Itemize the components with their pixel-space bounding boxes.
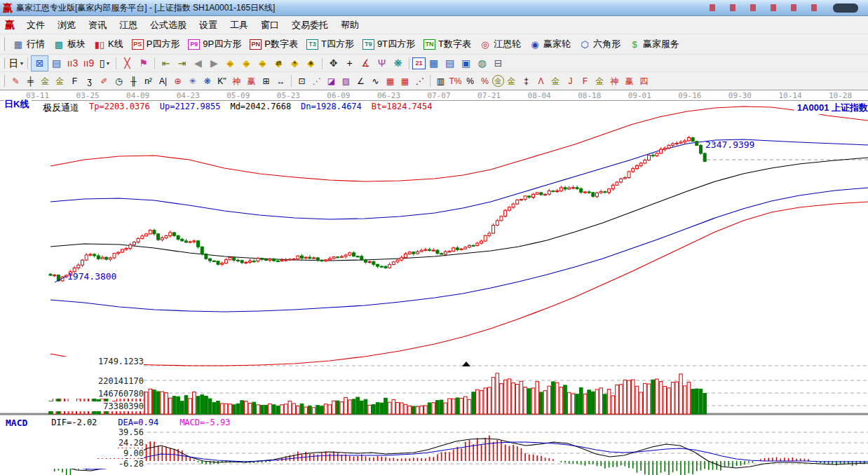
price-low-label: 1974.3800 bbox=[67, 271, 116, 282]
macd-axis-label-1: 24.28 bbox=[28, 438, 144, 448]
macd-header: MACD DIF=-2.02DEA=0.94MACD=-5.93 bbox=[6, 418, 251, 428]
macd-value-0: DIF=-2.02 bbox=[51, 418, 97, 428]
date-tick-10-14: 10-14 bbox=[778, 91, 801, 100]
date-tick-07-07: 07-07 bbox=[427, 91, 450, 100]
date-tick-03-11: 03-11 bbox=[26, 91, 49, 100]
date-tick-10-28: 10-28 bbox=[829, 91, 852, 100]
date-tick-04-23: 04-23 bbox=[177, 91, 200, 100]
date-tick-04-09: 04-09 bbox=[126, 91, 149, 100]
indicator-value-1: Up=2127.9855 bbox=[160, 102, 221, 114]
volume-axis-label-1: 146760780 bbox=[28, 389, 144, 399]
macd-indicator-name: MACD bbox=[6, 418, 27, 428]
indicator-value-4: Bt=1824.7454 bbox=[372, 102, 433, 114]
date-tick-08-04: 08-04 bbox=[528, 91, 551, 100]
indicator-name: 极反通道 bbox=[43, 102, 79, 114]
date-tick-08-18: 08-18 bbox=[578, 91, 601, 100]
volume-axis-label-0: 220141170 bbox=[28, 376, 144, 386]
date-tick-06-09: 06-09 bbox=[327, 91, 350, 100]
date-tick-05-09: 05-09 bbox=[226, 91, 250, 100]
symbol-label: 1A0001 上证指数 bbox=[794, 102, 868, 114]
price-axis-bottom-label: 1749.1233 bbox=[28, 357, 144, 366]
macd-values: DIF=-2.02DEA=0.94MACD=-5.93 bbox=[51, 418, 251, 428]
date-tick-07-21: 07-21 bbox=[477, 91, 501, 100]
date-tick-09-01: 09-01 bbox=[628, 91, 651, 100]
date-tick-03-25: 03-25 bbox=[76, 91, 100, 100]
macd-axis-label-3: -6.28 bbox=[28, 459, 144, 469]
indicator-value-0: Tp=2203.0376 bbox=[89, 102, 150, 114]
price-high-label: 2347.9399 bbox=[705, 139, 754, 150]
macd-value-1: DEA=0.94 bbox=[118, 418, 158, 428]
indicator-header: 极反通道 Tp=2203.0376Up=2127.9855Md=2042.766… bbox=[40, 102, 435, 114]
date-tick-05-23: 05-23 bbox=[277, 91, 300, 100]
app-window: 赢 赢家江恩专业版[赢家内部服务平台] - [上证指数 SH1A0001-165… bbox=[0, 0, 868, 475]
date-tick-09-16: 09-16 bbox=[678, 91, 701, 100]
indicator-value-3: Dn=1928.4674 bbox=[301, 102, 362, 114]
indicator-value-2: Md=2042.7668 bbox=[230, 102, 291, 114]
macd-value-2: MACD=-5.93 bbox=[179, 418, 230, 428]
macd-axis-label-2: 9.00 bbox=[28, 448, 144, 458]
indicator-values: Tp=2203.0376Up=2127.9855Md=2042.7668Dn=1… bbox=[89, 102, 433, 114]
macd-axis-label-0: 39.56 bbox=[28, 427, 144, 437]
volume-axis-label-2: 73380390 bbox=[28, 401, 144, 411]
date-tick-09-30: 09-30 bbox=[728, 91, 752, 100]
date-tick-06-23: 06-23 bbox=[377, 91, 400, 100]
